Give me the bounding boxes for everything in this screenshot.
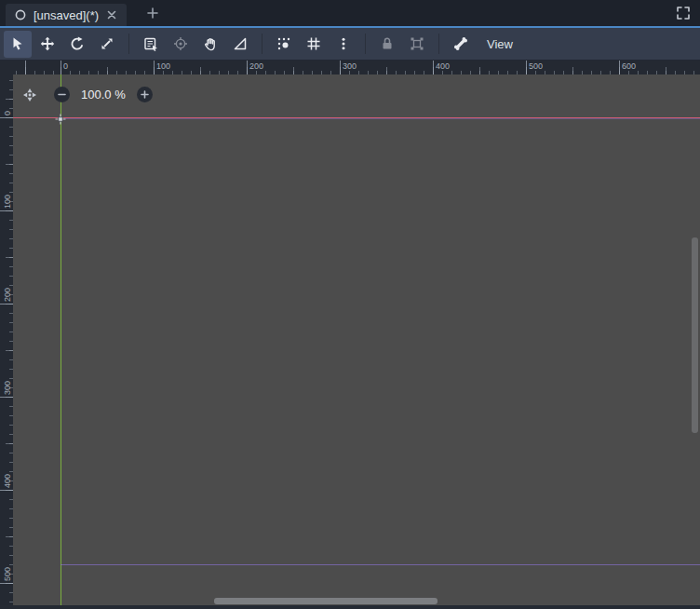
ruler-mode-icon	[233, 36, 248, 51]
pan-mode-button[interactable]	[196, 31, 224, 58]
move-mode-button[interactable]	[34, 31, 61, 58]
origin-gizmo	[55, 112, 66, 123]
ruler-label: 500	[3, 567, 12, 581]
zoom-controls: 100.0 %	[22, 87, 153, 102]
lock-button	[373, 31, 401, 58]
toolbar-separator	[438, 34, 439, 54]
ruler-corner	[0, 61, 13, 74]
ruler-label: 400	[3, 474, 12, 488]
zoom-out-icon	[58, 90, 66, 99]
2d-viewport-canvas[interactable]: 100.0 %	[13, 74, 700, 605]
ruler-label: 100	[3, 195, 12, 209]
zoom-percent-label[interactable]: 100.0 %	[81, 88, 126, 102]
godot-2d-editor: [unsaved](*)	[0, 0, 700, 609]
ruler-label: 500	[529, 61, 543, 71]
smart-snap-button[interactable]	[270, 31, 298, 58]
zoom-out-button[interactable]	[54, 87, 70, 102]
toolbar-separator	[365, 34, 366, 54]
group-button	[403, 31, 431, 58]
skeleton-options-button[interactable]	[447, 31, 475, 58]
skeleton-bone-icon	[453, 36, 468, 51]
scene-tab-label: [unsaved](*)	[34, 8, 99, 22]
add-scene-tab-button[interactable]	[143, 4, 162, 22]
ruler-label: 200	[249, 61, 263, 71]
x-axis-line	[13, 117, 700, 118]
view-menu-button[interactable]: View	[477, 32, 523, 56]
ruler-label: 400	[436, 61, 450, 71]
list-select-button[interactable]	[137, 31, 165, 58]
y-axis-line	[61, 74, 61, 605]
vertical-scrollbar[interactable]	[692, 237, 698, 433]
ruler-mode-button[interactable]	[226, 31, 254, 58]
snap-options-kebab-icon	[336, 36, 351, 51]
vertical-ruler[interactable]: 0 100 200 300 400 500	[0, 74, 13, 605]
select-mode-button[interactable]	[4, 31, 32, 58]
scale-mode-button[interactable]	[93, 31, 121, 58]
pivot-icon	[173, 36, 188, 51]
ruler-label: 0	[63, 61, 68, 71]
close-icon[interactable]	[105, 8, 118, 21]
ruler-label: 100	[156, 61, 170, 71]
toolbar-separator	[262, 34, 262, 54]
rotate-mode-icon	[70, 36, 85, 51]
toolbar-separator	[128, 34, 129, 54]
rotate-mode-button[interactable]	[63, 31, 91, 58]
horizontal-ruler[interactable]: 0 100 200 300 400 500 600	[13, 61, 700, 74]
bottom-edge	[0, 605, 700, 609]
snap-options-button[interactable]	[330, 31, 357, 58]
viewport-border-top	[61, 118, 700, 119]
ruler-label: 300	[343, 61, 357, 71]
expand-window-icon[interactable]	[674, 4, 693, 22]
zoom-in-icon	[141, 90, 149, 99]
list-select-icon	[143, 36, 158, 51]
grid-snap-icon	[306, 36, 321, 51]
scene-circle-icon	[14, 8, 27, 21]
zoom-in-button[interactable]	[137, 87, 153, 102]
viewport-border-bottom	[61, 564, 700, 565]
center-view-icon[interactable]	[22, 88, 37, 102]
ruler-label: 200	[3, 288, 12, 302]
select-mode-icon	[10, 36, 25, 51]
canvas-toolbar: View	[0, 28, 700, 61]
scene-tab-bar: [unsaved](*)	[0, 0, 700, 26]
ruler-major-ticks	[0, 74, 13, 605]
move-mode-icon	[40, 36, 55, 51]
grid-snap-button[interactable]	[300, 31, 328, 58]
lock-icon	[380, 36, 395, 51]
scene-tab-unsaved[interactable]: [unsaved](*)	[6, 4, 127, 26]
pan-mode-icon	[203, 36, 218, 51]
group-icon	[410, 36, 424, 51]
ruler-label: 300	[3, 381, 12, 395]
scale-mode-icon	[100, 36, 114, 51]
horizontal-scrollbar[interactable]	[214, 598, 438, 604]
pivot-button	[167, 31, 195, 58]
smart-snap-icon	[276, 36, 291, 51]
ruler-label: 600	[622, 61, 636, 71]
ruler-label: 0	[3, 111, 12, 115]
